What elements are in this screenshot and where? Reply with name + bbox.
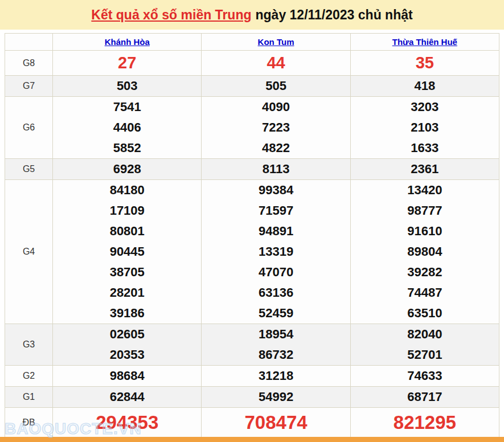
result-number: 89804 bbox=[351, 242, 499, 262]
result-number: 505 bbox=[202, 76, 350, 96]
result-number: 99384 bbox=[202, 180, 350, 200]
result-cell: 18954 86732 bbox=[202, 324, 350, 366]
result-number: 4090 bbox=[202, 97, 350, 117]
result-cell: 13420 98777 91610 89804 39282 74487 6351… bbox=[350, 180, 499, 324]
corner-cell bbox=[5, 34, 53, 51]
result-number: 39282 bbox=[351, 262, 499, 283]
bottom-accent-bar bbox=[0, 437, 504, 442]
result-number: 20353 bbox=[53, 345, 201, 365]
result-number: 74487 bbox=[351, 283, 499, 303]
result-number: 63136 bbox=[202, 283, 350, 303]
result-number: 4822 bbox=[202, 138, 350, 158]
result-number: 31218 bbox=[202, 366, 350, 386]
result-number: 6928 bbox=[53, 159, 201, 179]
result-cell: 2361 bbox=[350, 159, 499, 180]
prize-label-g4: G4 bbox=[5, 180, 53, 324]
result-cell: 4090 7223 4822 bbox=[202, 97, 350, 159]
result-cell: 27 bbox=[53, 51, 202, 76]
result-number: 7541 bbox=[53, 97, 201, 117]
prize-label-g6: G6 bbox=[5, 97, 53, 159]
result-cell: 8113 bbox=[202, 159, 350, 180]
result-number: 47070 bbox=[202, 262, 350, 283]
region-title-link[interactable]: Kết quả xổ số miền Trung bbox=[91, 7, 251, 23]
result-number: 90445 bbox=[53, 242, 201, 262]
result-number: 13319 bbox=[202, 242, 350, 262]
page-title: Kết quả xổ số miền Trung ngày 12/11/2023… bbox=[0, 0, 504, 30]
prize-label-g7: G7 bbox=[5, 76, 53, 97]
result-cell: 82040 52701 bbox=[350, 324, 499, 366]
result-number: 418 bbox=[351, 76, 499, 96]
prize-label-g5: G5 bbox=[5, 159, 53, 180]
result-number: 13420 bbox=[351, 180, 499, 200]
date-title-text: ngày 12/11/2023 chủ nhật bbox=[256, 7, 413, 23]
column-header-kon-tum: Kon Tum bbox=[202, 34, 350, 51]
province-link-thua-thien-hue[interactable]: Thừa Thiên Huế bbox=[392, 37, 457, 47]
result-number: 35 bbox=[351, 51, 499, 75]
result-cell: 44 bbox=[202, 51, 350, 76]
result-number: 28201 bbox=[53, 283, 201, 303]
prize-row-g5: G5 6928 8113 2361 bbox=[5, 159, 499, 180]
result-cell: 31218 bbox=[202, 366, 350, 387]
result-number: 62844 bbox=[53, 387, 201, 407]
prize-row-g8: G8 27 44 35 bbox=[5, 51, 499, 76]
province-link-khanh-hoa[interactable]: Khánh Hòa bbox=[105, 37, 150, 47]
result-number: 44 bbox=[202, 51, 350, 75]
prize-row-g4: G4 84180 17109 80801 90445 38705 28201 3… bbox=[5, 180, 499, 324]
result-cell: 6928 bbox=[53, 159, 202, 180]
prize-label-g3: G3 bbox=[5, 324, 53, 366]
result-number: 98777 bbox=[351, 200, 499, 221]
result-number: 84180 bbox=[53, 180, 201, 200]
result-number: 2103 bbox=[351, 117, 499, 138]
province-link-kon-tum[interactable]: Kon Tum bbox=[258, 37, 294, 47]
result-number: 80801 bbox=[53, 221, 201, 242]
result-cell: 98684 bbox=[53, 366, 202, 387]
result-cell: 503 bbox=[53, 76, 202, 97]
result-number: 52459 bbox=[202, 303, 350, 324]
result-number: 18954 bbox=[202, 324, 350, 345]
column-header-thua-thien-hue: Thừa Thiên Huế bbox=[350, 34, 499, 51]
result-number: 02605 bbox=[53, 324, 201, 345]
result-cell: 708474 bbox=[202, 408, 350, 437]
result-number: 68717 bbox=[351, 387, 499, 407]
result-cell: 7541 4406 5852 bbox=[53, 97, 202, 159]
prize-row-g7: G7 503 505 418 bbox=[5, 76, 499, 97]
result-number: 38705 bbox=[53, 262, 201, 283]
result-number: 71597 bbox=[202, 200, 350, 221]
result-cell: 99384 71597 94891 13319 47070 63136 5245… bbox=[202, 180, 350, 324]
result-cell: 505 bbox=[202, 76, 350, 97]
result-number: 63510 bbox=[351, 303, 499, 324]
result-number: 27 bbox=[53, 51, 201, 75]
result-number: 503 bbox=[53, 76, 201, 96]
result-number: 91610 bbox=[351, 221, 499, 242]
result-number: 17109 bbox=[53, 200, 201, 221]
result-cell: 74633 bbox=[350, 366, 499, 387]
result-number: 2361 bbox=[351, 159, 499, 179]
province-header-row: Khánh Hòa Kon Tum Thừa Thiên Huế bbox=[5, 34, 499, 51]
column-header-khanh-hoa: Khánh Hòa bbox=[53, 34, 202, 51]
result-number: 52701 bbox=[351, 345, 499, 365]
result-number: 7223 bbox=[202, 117, 350, 138]
result-cell: 418 bbox=[350, 76, 499, 97]
result-cell: 3203 2103 1633 bbox=[350, 97, 499, 159]
result-cell: 294353 bbox=[53, 408, 202, 437]
result-cell: 84180 17109 80801 90445 38705 28201 3918… bbox=[53, 180, 202, 324]
prize-row-g1: G1 62844 54992 68717 bbox=[5, 387, 499, 408]
prize-label-g1: G1 bbox=[5, 387, 53, 408]
result-number: 98684 bbox=[53, 366, 201, 386]
result-number: 5852 bbox=[53, 138, 201, 158]
prize-label-db: ĐB bbox=[5, 408, 53, 437]
result-cell: 821295 bbox=[350, 408, 499, 437]
result-number: 1633 bbox=[351, 138, 499, 158]
prize-row-db: ĐB 294353 708474 821295 bbox=[5, 408, 499, 437]
result-number: 821295 bbox=[351, 408, 499, 437]
result-number: 4406 bbox=[53, 117, 201, 138]
result-number: 294353 bbox=[53, 408, 201, 437]
result-number: 3203 bbox=[351, 97, 499, 117]
prize-row-g6: G6 7541 4406 5852 4090 7223 4822 3203 21… bbox=[5, 97, 499, 159]
result-cell: 02605 20353 bbox=[53, 324, 202, 366]
prize-row-g3: G3 02605 20353 18954 86732 82040 52701 bbox=[5, 324, 499, 366]
result-number: 39186 bbox=[53, 303, 201, 324]
result-cell: 68717 bbox=[350, 387, 499, 408]
lottery-results-table: Khánh Hòa Kon Tum Thừa Thiên Huế G8 27 4… bbox=[5, 33, 499, 437]
result-cell: 35 bbox=[350, 51, 499, 76]
